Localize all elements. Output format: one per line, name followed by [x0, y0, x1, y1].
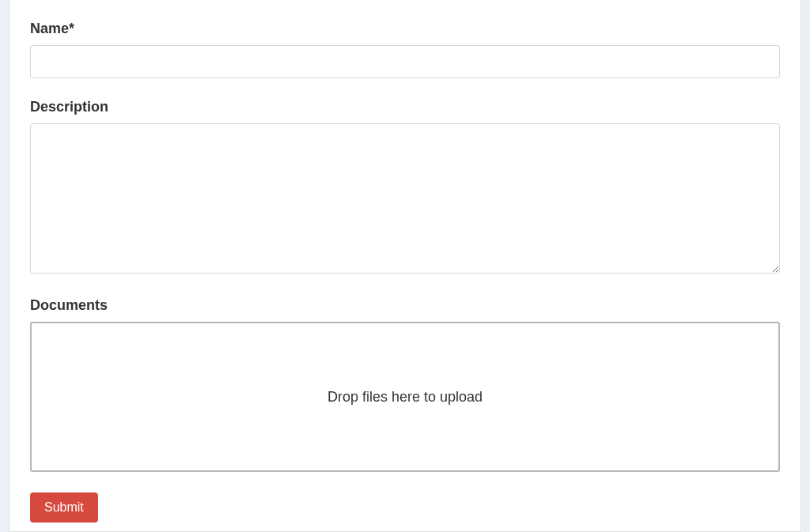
page-wrapper: Name* Description Documents Drop files h… — [0, 0, 810, 532]
description-group: Description — [30, 99, 780, 277]
submit-button[interactable]: Submit — [30, 492, 98, 523]
description-label: Description — [30, 99, 780, 115]
name-input[interactable] — [30, 45, 780, 78]
name-label: Name* — [30, 21, 780, 37]
description-textarea[interactable] — [30, 123, 780, 274]
dropzone-text: Drop files here to upload — [327, 389, 483, 406]
documents-label: Documents — [30, 297, 780, 314]
documents-group: Documents Drop files here to upload — [30, 297, 780, 472]
form-panel: Name* Description Documents Drop files h… — [9, 0, 801, 532]
name-group: Name* — [30, 21, 780, 78]
documents-dropzone[interactable]: Drop files here to upload — [30, 322, 780, 472]
